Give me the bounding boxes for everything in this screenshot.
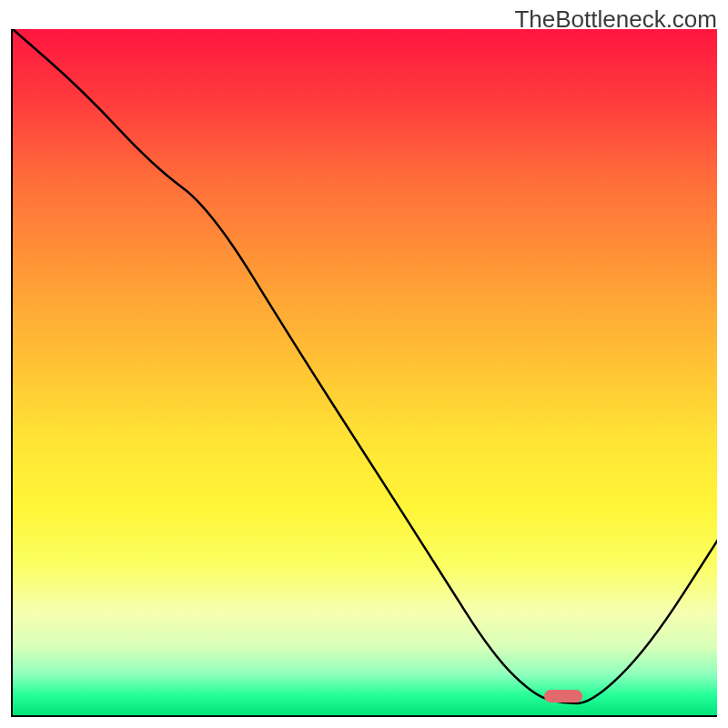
bottleneck-curve <box>13 29 717 717</box>
optimal-marker <box>544 690 582 703</box>
chart-container: TheBottleneck.com <box>0 0 728 728</box>
plot-area <box>11 29 717 717</box>
